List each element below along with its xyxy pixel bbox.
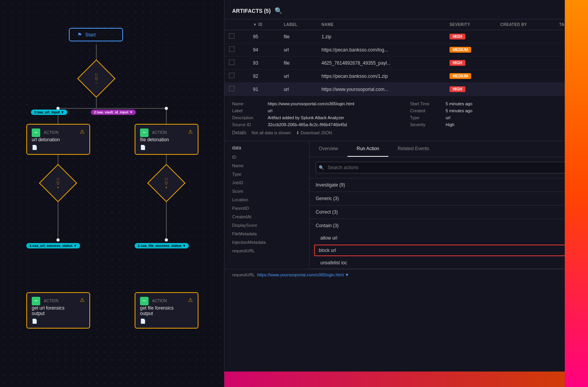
created-value: 5 minutes ago xyxy=(446,108,472,113)
workflow-connectors xyxy=(0,0,224,387)
table-row[interactable]: 93 file 4625_7614892678_49355_payl... HI… xyxy=(224,57,588,70)
table-row[interactable]: 92 url https://pecan.banksso.com/1.zip M… xyxy=(224,70,588,83)
details-title: Details xyxy=(232,130,246,135)
action-group-3: Contain (3)∧allow urlblock urlunsafelist… xyxy=(309,219,588,269)
row-checkbox[interactable] xyxy=(224,83,248,96)
group-name: Generic (3) xyxy=(316,196,339,201)
col-created-by: CREATED BY xyxy=(496,19,554,30)
row-id: 95 xyxy=(248,30,279,43)
label-label: Label xyxy=(232,108,263,113)
row-label: url xyxy=(279,70,317,83)
table-row[interactable]: 91 url https://www.yourssoportal.com... … xyxy=(224,83,588,96)
tab-run-action[interactable]: Run Action xyxy=(347,141,388,157)
data-title: data xyxy=(232,145,301,151)
artifacts-title: ARTIFACTS (5) xyxy=(232,8,271,14)
canvas-panel: ⚑ Start □ ▽ ··· 1:saa_url_input ▼ 2:saa_… xyxy=(0,0,224,387)
url-detonation-doc: 📄 xyxy=(32,145,85,150)
url-forensics-icon: 〜 xyxy=(32,297,40,305)
file-detonation-label: 〜 ACTION ⚠ xyxy=(140,128,193,137)
url-bar-value[interactable]: https://www.yourssoportal.com/o365login.… xyxy=(257,272,349,277)
table-row[interactable]: 94 url https://pecan.banksso.com/log... … xyxy=(224,43,588,57)
start-flag-icon: ⚑ xyxy=(77,32,82,38)
action-item-3-2[interactable]: unsafelist ioc xyxy=(309,257,588,269)
file-forensics-header: 〜 ACTION ⚠ xyxy=(140,297,193,305)
row-created-by xyxy=(496,43,554,57)
action-groups-list: Investigate (9)∨Generic (3)∨Correct (3)∨… xyxy=(309,178,588,269)
file-success-status-badge: 1:saa_file_success_status ▼ xyxy=(135,243,189,248)
action-item-3-1[interactable]: block url xyxy=(314,245,583,256)
start-node[interactable]: ⚑ Start xyxy=(69,28,123,41)
svg-point-13 xyxy=(56,238,60,241)
artifacts-search-icon[interactable]: 🔍 xyxy=(275,7,282,14)
row-name: https://www.yourssoportal.com... xyxy=(317,83,445,96)
file-forensics-node[interactable]: 〜 ACTION ⚠ get file forensicsoutput 📄 xyxy=(135,292,198,329)
download-json-link[interactable]: ⬇ Download JSON xyxy=(296,130,332,135)
row-label: url xyxy=(279,43,317,57)
url-forensics-node[interactable]: 〜 ACTION ⚠ get url forensicsoutput 📄 xyxy=(26,292,90,329)
saa-url-input-badge: 1:saa_url_input ▼ xyxy=(31,110,67,115)
row-severity: MEDIUM xyxy=(445,43,496,57)
file-detonation-icon: 〜 xyxy=(140,128,149,137)
detail-label-row: Label url xyxy=(232,108,402,113)
url-bar-label: requestURL xyxy=(232,272,255,277)
created-label: Created xyxy=(410,108,441,113)
filter3-symbol: ▽ xyxy=(165,181,168,185)
action-group-header-0[interactable]: Investigate (9)∨ xyxy=(309,178,588,192)
url-detonation-warning: ⚠ xyxy=(80,128,85,135)
detail-created-row: Created 5 minutes ago xyxy=(410,108,580,113)
bottom-decoration xyxy=(224,372,565,387)
data-field-label: Score xyxy=(232,187,301,195)
row-name: 4625_7614892678_49355_payl... xyxy=(317,57,445,70)
file-forensics-icon: 〜 xyxy=(140,297,149,305)
search-actions-wrapper xyxy=(316,162,582,173)
data-field-label: JobID xyxy=(232,178,301,187)
file-detonation-doc: 📄 xyxy=(140,145,193,150)
action-group-0: Investigate (9)∨ xyxy=(309,178,588,192)
action-group-header-3[interactable]: Contain (3)∧ xyxy=(309,219,588,232)
action-group-header-2[interactable]: Correct (3)∨ xyxy=(309,205,588,219)
detail-start-time-row: Start Time 5 minutes ago xyxy=(410,101,580,106)
row-checkbox[interactable] xyxy=(224,30,248,43)
url-forensics-title: get url forensicsoutput xyxy=(32,305,85,316)
group-name: Investigate (9) xyxy=(316,182,345,188)
row-name: https://pecan.banksso.com/1.zip xyxy=(317,70,445,83)
url-forensics-warning: ⚠ xyxy=(80,297,85,303)
file-detonation-warning: ⚠ xyxy=(188,128,193,135)
url-forensics-doc: 📄 xyxy=(32,319,85,324)
url-detonation-node[interactable]: 〜 ACTION ⚠ url detonation 📄 xyxy=(26,124,90,155)
svg-point-14 xyxy=(165,238,168,241)
tab-overview[interactable]: Overview xyxy=(309,141,347,157)
search-actions-input[interactable] xyxy=(316,162,582,173)
filter-diamond-3: □ ▽ • xyxy=(153,170,180,197)
file-forensics-doc: 📄 xyxy=(140,319,193,324)
row-name: https://pecan.banksso.com/log... xyxy=(317,43,445,57)
label-value: url xyxy=(268,108,272,113)
file-detonation-node[interactable]: 〜 ACTION ⚠ file detonation 📄 xyxy=(135,124,198,155)
filter1-dots: ··· xyxy=(95,81,98,85)
tab-related-events[interactable]: Related Events xyxy=(388,141,438,157)
data-field-label: ParentID xyxy=(232,204,301,212)
row-checkbox[interactable] xyxy=(224,70,248,83)
action-item-3-0[interactable]: allow url xyxy=(309,232,588,244)
data-field-label: DisplayScore xyxy=(232,221,301,229)
saa-vault-id-badge: 2:saa_vault_id_input ▼ xyxy=(91,110,136,115)
detail-panel: Name https://www.yourssoportal.com/o365l… xyxy=(224,96,588,141)
row-severity: HIGH xyxy=(445,83,496,96)
data-field-label: Location xyxy=(232,195,301,204)
action-group-header-1[interactable]: Generic (3)∨ xyxy=(309,192,588,205)
main-container: ⚑ Start □ ▽ ··· 1:saa_url_input ▼ 2:saa_… xyxy=(0,0,588,387)
row-name: 1.zip xyxy=(317,30,445,43)
col-id[interactable]: ▼ ID xyxy=(248,19,279,30)
url-detonation-label: 〜 ACTION ⚠ xyxy=(32,128,85,137)
filter3-doc: □ xyxy=(165,177,168,181)
filter-diamond-1: □ ▽ ··· xyxy=(83,65,110,92)
table-header-row: ▼ ID LABEL NAME SEVERITY CREATED BY TAGS xyxy=(224,19,588,30)
row-checkbox[interactable] xyxy=(224,43,248,57)
table-row[interactable]: 95 file 1.zip HIGH xyxy=(224,30,588,43)
filter1-symbol: ▽ xyxy=(95,77,98,81)
file-forensics-title: get file forensicsoutput xyxy=(140,305,193,316)
data-section: data IDNameTypeJobIDScoreLocationParentI… xyxy=(224,141,588,269)
filter1-doc-icon: □ xyxy=(95,72,97,77)
row-checkbox[interactable] xyxy=(224,57,248,70)
data-field-label: requestURL xyxy=(232,247,301,255)
